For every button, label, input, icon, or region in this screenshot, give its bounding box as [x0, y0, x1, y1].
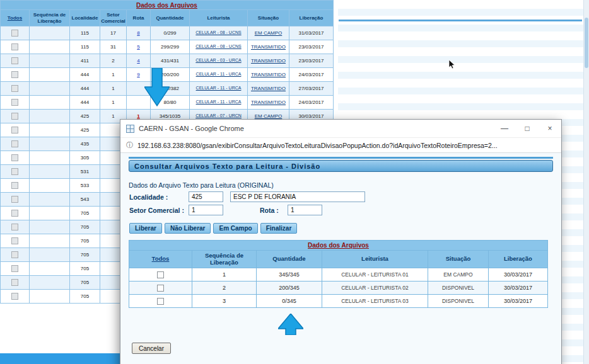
situacao-link[interactable]: TRANSMITIDO — [251, 58, 286, 64]
scrollbar-thumb[interactable] — [585, 18, 588, 68]
bg-table-row: 115315299/299CELULAR - 08 - UCNSTRANSMIT… — [1, 40, 334, 54]
row-checkbox[interactable] — [157, 271, 164, 278]
leiturista-link[interactable]: CELULAR - 11 - URCA — [196, 100, 242, 104]
row-checkbox[interactable] — [11, 210, 18, 217]
bg-cell-situacao: TRANSMITIDO — [248, 54, 289, 68]
bg-cell-leiturista: CELULAR - 11 - URCA — [190, 82, 248, 96]
bg-cell-localidade: 531 — [70, 165, 100, 179]
situacao-link[interactable]: TRANSMITIDO — [251, 100, 286, 105]
finalizar-button[interactable]: Finalizar — [260, 223, 298, 234]
nao-liberar-button[interactable]: Não Liberar — [165, 223, 211, 234]
rota-link[interactable]: 5 — [137, 44, 139, 50]
popup-col-sequencia: Sequência de Liberação — [192, 251, 257, 268]
popup-table-row: 1345/345CELULAR - LEITURISTA 01EM CAMPO3… — [129, 268, 548, 282]
situacao-link[interactable]: EM CAMPO — [255, 113, 283, 119]
bg-cell-todos — [1, 179, 30, 193]
select-all-link[interactable]: Todos — [8, 15, 22, 21]
bg-cell-sequencia — [30, 26, 70, 40]
bg-col-rota: Rota — [127, 10, 151, 26]
row-checkbox[interactable] — [11, 154, 18, 161]
minimize-button[interactable]: — — [493, 120, 516, 137]
row-checkbox[interactable] — [11, 140, 18, 147]
rota-link[interactable]: 8 — [137, 30, 139, 36]
row-checkbox[interactable] — [11, 85, 18, 92]
leiturista-link[interactable]: CELULAR - 03 - URCA — [195, 58, 241, 62]
close-button[interactable]: × — [539, 120, 561, 137]
localidade-name-field[interactable]: ESC P DE FLORANIA — [230, 191, 365, 202]
rota-link[interactable]: 4 — [137, 58, 139, 64]
leiturista-link[interactable]: CELULAR - 08 - UCNS — [195, 30, 241, 35]
bg-col-liberacao: Liberação — [289, 10, 334, 26]
row-checkbox[interactable] — [11, 127, 18, 134]
rota-link[interactable]: 1 — [137, 113, 139, 119]
site-info-icon[interactable]: ⓘ — [126, 140, 133, 150]
row-checkbox[interactable] — [157, 298, 164, 305]
row-checkbox[interactable] — [11, 113, 18, 120]
situacao-link[interactable]: EM CAMPO — [255, 30, 283, 36]
maximize-button[interactable]: □ — [516, 120, 539, 137]
bg-cell-leiturista: CELULAR - 08 - UCNS — [190, 40, 248, 54]
bg-cell-liberacao: 24/03/2017 — [289, 96, 334, 110]
action-buttons: Liberar Não Liberar Em Campo Finalizar — [129, 223, 553, 234]
liberar-button[interactable]: Liberar — [129, 223, 162, 234]
popup-titlebar[interactable]: CAERN - GSAN - Google Chrome — □ × — [120, 120, 561, 137]
row-checkbox[interactable] — [11, 293, 18, 300]
url-text[interactable]: 192.168.63.238:8080/gsan/exibirConsultar… — [137, 142, 498, 149]
bg-cell-localidade: 305 — [70, 151, 100, 165]
row-checkbox[interactable] — [11, 237, 18, 244]
bg-cell-todos — [1, 123, 30, 137]
bg-cell-sequencia — [30, 96, 70, 110]
row-checkbox[interactable] — [11, 251, 18, 258]
cell-todos — [129, 282, 192, 295]
row-checkbox[interactable] — [11, 265, 18, 272]
row-checkbox[interactable] — [11, 168, 18, 175]
localidade-code-field[interactable]: 425 — [189, 191, 223, 202]
situacao-link[interactable]: TRANSMITIDO — [251, 72, 286, 77]
popup-col-todos: Todos — [129, 251, 192, 268]
bg-cell-sequencia — [30, 262, 70, 276]
popup-window: CAERN - GSAN - Google Chrome — □ × ⓘ 192… — [120, 119, 562, 364]
bg-col-sequencia: Sequência de Liberação — [30, 10, 70, 26]
bg-cell-localidade: 705 — [70, 276, 100, 290]
cancelar-button[interactable]: Cancelar — [132, 343, 171, 354]
bg-cell-localidade: 705 — [70, 262, 100, 276]
row-checkbox[interactable] — [11, 99, 18, 106]
rota-link[interactable]: 9 — [137, 72, 139, 77]
bg-cell-todos — [1, 54, 30, 68]
situacao-link[interactable]: TRANSMITIDO — [251, 44, 286, 50]
row-checkbox[interactable] — [11, 224, 18, 230]
content-top-rule — [129, 157, 553, 159]
row-checkbox[interactable] — [11, 57, 18, 64]
bg-cell-sequencia — [30, 220, 70, 234]
row-checkbox[interactable] — [11, 43, 18, 50]
bg-cell-todos — [1, 68, 30, 82]
bg-cell-todos — [1, 193, 30, 207]
leiturista-link[interactable]: CELULAR - 07 - URCN — [195, 113, 242, 118]
leiturista-link[interactable]: CELULAR - 08 - UCNS — [195, 44, 241, 48]
situacao-link[interactable]: TRANSMITIDO — [251, 86, 286, 91]
bg-cell-todos — [1, 151, 30, 165]
cell-situacao: DISPONIVEL — [428, 295, 489, 308]
row-checkbox[interactable] — [11, 196, 18, 203]
select-all-link[interactable]: Todos — [152, 255, 170, 262]
leiturista-link[interactable]: CELULAR - 11 - URCA — [196, 86, 242, 90]
setor-field[interactable]: 1 — [189, 205, 223, 215]
bg-cell-liberacao: 31/03/2017 — [289, 26, 334, 40]
row-checkbox[interactable] — [157, 285, 164, 292]
bg-cell-rota: 5 — [127, 40, 151, 54]
row-checkbox[interactable] — [11, 279, 18, 286]
row-checkbox[interactable] — [11, 30, 18, 37]
leiturista-link[interactable]: CELULAR - 11 - URCA — [196, 72, 242, 76]
popup-table-body: 1345/345CELULAR - LEITURISTA 01EM CAMPO3… — [129, 268, 548, 308]
em-campo-button[interactable]: Em Campo — [213, 223, 257, 234]
rota-field[interactable]: 1 — [288, 205, 322, 215]
bg-cell-liberacao: 23/03/2017 — [289, 40, 334, 54]
page-title-banner: Consultar Arquivos Texto para Leitura - … — [129, 160, 553, 172]
row-checkbox[interactable] — [11, 71, 18, 78]
bg-cell-todos — [1, 137, 30, 151]
row-checkbox[interactable] — [11, 182, 18, 189]
scrollbar[interactable] — [583, 0, 589, 364]
blue-up-arrow — [278, 314, 303, 335]
bg-cell-sequencia — [30, 290, 70, 304]
bg-cell-situacao: TRANSMITIDO — [248, 96, 289, 110]
